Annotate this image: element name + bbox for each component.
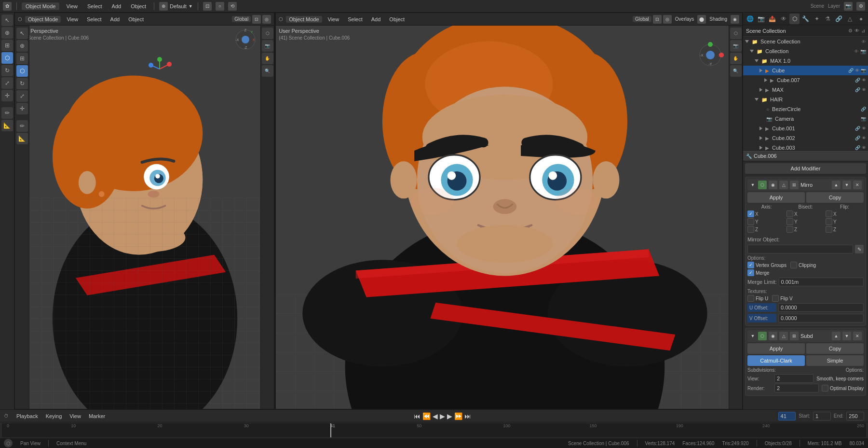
outliner-item-cube001[interactable]: ▶ Cube.001 🔗 👁 [743, 124, 868, 133]
start-frame-field[interactable]: 1 [813, 412, 831, 420]
transform2-tool-icon[interactable]: ✛ [1, 90, 13, 101]
left-viewport[interactable]: ⬡ Object Mode View Select Add Object Glo… [14, 13, 274, 409]
axis-y-checkbox[interactable] [747, 218, 754, 225]
mirror-cage-icon[interactable]: ⊞ [790, 181, 799, 189]
clipping-checkbox[interactable] [790, 262, 797, 268]
mirror-realtime-icon[interactable]: ⬡ [758, 181, 767, 189]
subsurf-expand-toggle[interactable]: ▼ [749, 333, 756, 339]
right-nav-gizmo[interactable]: Y -X X -Y [697, 42, 724, 69]
panel-tab-object-icon[interactable]: ⬡ [789, 14, 800, 24]
lv-select-icon[interactable]: ↖ [16, 28, 28, 39]
outliner-item-max[interactable]: ▶ MAX 🔗 👁 [743, 85, 868, 95]
playback-btn[interactable]: Playback [14, 413, 40, 420]
subsurf-up-icon[interactable]: ▲ [832, 332, 841, 340]
lv-measure-icon[interactable]: 📐 [16, 133, 28, 144]
axis-x-checkbox[interactable] [747, 210, 754, 217]
merge-checkbox[interactable] [747, 269, 754, 276]
select-menu[interactable]: Select [84, 2, 105, 10]
optimal-display-checkbox[interactable] [822, 385, 828, 392]
bisect-z-checkbox[interactable] [787, 226, 793, 233]
v-offset-value[interactable]: 0.0000 [778, 314, 864, 322]
next-keyframe-icon[interactable]: ⏩ [454, 412, 462, 420]
panel-tab-data-icon[interactable]: △ [845, 14, 855, 24]
subsurf-apply-button[interactable]: Apply [747, 343, 805, 354]
right-object-btn[interactable]: Object [386, 16, 407, 23]
object-menu[interactable]: Object [128, 2, 149, 10]
rv-right-view-icon[interactable]: ⬡ [730, 28, 742, 39]
render-value[interactable]: 2 [774, 384, 819, 392]
panel-tab-modifier-icon[interactable]: 🔧 [800, 14, 811, 24]
outliner-item-hair[interactable]: 📁 HAIR [743, 95, 868, 104]
left-viewport-3d[interactable] [29, 26, 260, 409]
subsurf-down-icon[interactable]: ▼ [842, 332, 851, 340]
lv-right-view-icon[interactable]: ⬡ [262, 28, 273, 39]
snap-icon[interactable]: ⊡ [203, 2, 212, 11]
left-snap-icon[interactable]: ⊡ [252, 15, 261, 24]
move-tool-icon[interactable]: ⊞ [1, 40, 13, 51]
measure-tool-icon[interactable]: 📐 [1, 120, 13, 131]
view-value[interactable]: 2 [774, 374, 814, 383]
outliner-eye-icon[interactable]: 👁 [854, 28, 859, 33]
jump-end-icon[interactable]: ⏭ [464, 412, 471, 420]
add-modifier-button[interactable]: Add Modifier [745, 163, 866, 174]
prev-keyframe-icon[interactable]: ⏪ [422, 412, 431, 420]
left-view-btn[interactable]: View [64, 16, 81, 23]
scale-tool-icon[interactable]: ⤢ [1, 77, 13, 89]
current-frame-field[interactable]: 41 [778, 412, 796, 420]
rv-right-zoom-icon[interactable]: 🔍 [730, 65, 742, 77]
left-global-btn[interactable]: Global [232, 16, 251, 22]
outliner-item-bezier[interactable]: ○ BezierCircle 🔗 [743, 104, 868, 114]
outliner-item-camera[interactable]: 📷 Camera 📷 [743, 114, 868, 124]
mirror-up-icon[interactable]: ▲ [832, 181, 841, 189]
mirror-close-icon[interactable]: ✕ [853, 181, 862, 189]
outliner-filter-icon[interactable]: ⚙ [848, 28, 853, 33]
lv-scale-icon[interactable]: ⤢ [16, 90, 28, 102]
overlays-btn[interactable]: Overlays [673, 16, 696, 22]
keying-btn[interactable]: Keying [44, 413, 64, 420]
flip-v-checkbox[interactable] [772, 295, 779, 302]
outliner-item-cube007[interactable]: ▶ Cube.007 🔗 👁 [743, 75, 868, 85]
prev-frame-icon[interactable]: ◀ [433, 412, 438, 420]
merge-limit-value[interactable]: 0.001m [779, 278, 864, 286]
lv-annotate-icon[interactable]: ✏ [16, 120, 28, 132]
outliner-item-cube[interactable]: ▶ Cube 🔗 👁 📷 [743, 66, 868, 75]
outliner-item-max-1[interactable]: 📁 MAX 1.0 [743, 56, 868, 66]
orientation-selector[interactable]: ⊕ Default ▼ [159, 2, 193, 11]
rv-right-move-icon[interactable]: ✋ [730, 53, 742, 64]
cursor-tool-icon[interactable]: ⊕ [1, 27, 13, 39]
marker-btn[interactable]: Marker [87, 413, 107, 420]
flip-u-checkbox[interactable] [747, 295, 754, 302]
right-mode-btn[interactable]: Object Mode [286, 16, 322, 23]
end-frame-field[interactable]: 250 [846, 412, 864, 420]
left-nav-gizmo[interactable]: Z X -X -Z Y [233, 28, 258, 52]
mirror-apply-button[interactable]: Apply [747, 192, 805, 203]
panel-tab-constraints-icon[interactable]: 🔗 [834, 14, 844, 24]
mirror-editmode-icon[interactable]: △ [779, 181, 788, 189]
u-offset-value[interactable]: 0.0000 [778, 303, 864, 312]
rv-right-cam-icon[interactable]: 📷 [730, 40, 742, 52]
right-add-btn[interactable]: Add [368, 16, 384, 23]
mirror-expand-toggle[interactable]: ▼ [749, 182, 756, 188]
render-icon[interactable]: 📷 [844, 2, 853, 11]
lv-right-zoom-icon[interactable]: 🔍 [262, 65, 273, 77]
panel-tab-particles-icon[interactable]: ✦ [812, 14, 822, 24]
panel-tab-view-icon[interactable]: 👁 [778, 14, 788, 24]
panel-tab-render-icon[interactable]: 📷 [756, 14, 766, 24]
subsurf-cage-icon[interactable]: ⊞ [790, 332, 799, 340]
catmull-clark-button[interactable]: Catmull-Clark [747, 355, 805, 366]
panel-tab-material-icon[interactable]: ● [856, 14, 866, 24]
left-select-btn[interactable]: Select [84, 16, 105, 23]
view-btn[interactable]: View [68, 413, 83, 420]
jump-start-icon[interactable]: ⏮ [414, 412, 420, 420]
axis-z-checkbox[interactable] [747, 226, 754, 233]
settings-icon[interactable]: ⚙ [856, 2, 865, 11]
lv-cursor-icon[interactable]: ⊕ [16, 40, 28, 52]
vertex-groups-checkbox[interactable] [747, 262, 754, 268]
add-menu[interactable]: Add [109, 2, 124, 10]
right-global-btn[interactable]: Global [633, 16, 651, 22]
shading-btn[interactable]: Shading [707, 16, 729, 22]
lv-active-icon[interactable]: ⬡ [16, 65, 28, 77]
flip-y-checkbox[interactable] [826, 218, 832, 225]
lv-move-icon[interactable]: ⊞ [16, 53, 28, 64]
blender-logo-icon[interactable]: ✿ [3, 2, 12, 11]
